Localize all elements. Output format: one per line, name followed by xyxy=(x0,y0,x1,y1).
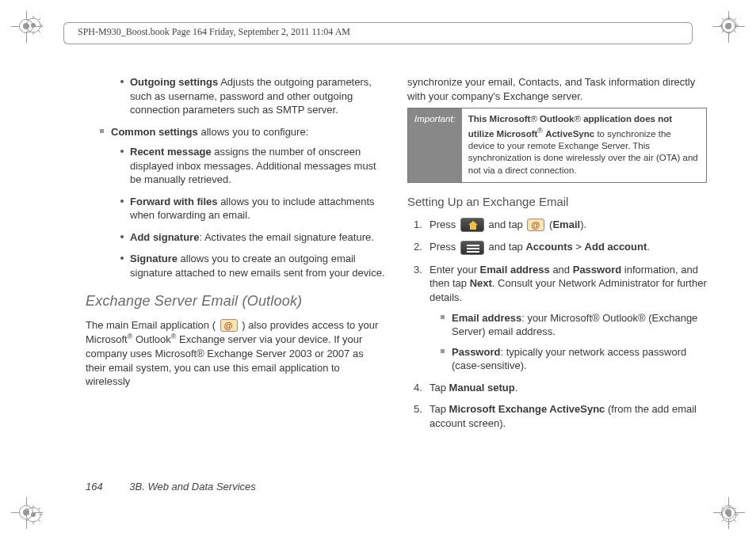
list-item: Password: typically your network access … xyxy=(441,345,707,373)
page-footer: 164 3B. Web and Data Services xyxy=(86,481,256,492)
note-label: Important: xyxy=(408,108,462,181)
note-body: This Microsoft® Outlook® application doe… xyxy=(462,108,706,181)
page-number: 164 xyxy=(86,481,103,492)
paragraph: synchronize your email, Contacts, and Ta… xyxy=(407,75,707,103)
step-item: Enter your Email address and Password in… xyxy=(414,263,707,373)
svg-line-29 xyxy=(38,508,40,510)
svg-line-16 xyxy=(722,18,724,21)
svg-line-9 xyxy=(38,18,40,21)
list-item: Outgoing settings Adjusts the outgoing p… xyxy=(119,75,385,117)
content: Outgoing settings Adjusts the outgoing p… xyxy=(86,75,707,453)
right-column: synchronize your email, Contacts, and Ta… xyxy=(407,75,707,453)
subsection-heading: Setting Up an Exchange Email xyxy=(407,194,707,210)
left-column: Outgoing settings Adjusts the outgoing p… xyxy=(86,75,385,453)
list-item: Add signature: Activates the email signa… xyxy=(119,230,385,245)
page: SPH-M930_Boost.book Page 164 Friday, Sep… xyxy=(0,0,756,540)
svg-point-21 xyxy=(31,512,36,517)
email-icon xyxy=(527,219,544,231)
svg-point-31 xyxy=(727,512,731,517)
svg-line-6 xyxy=(26,18,29,21)
list-item: Signature allows you to create an outgoi… xyxy=(119,252,385,280)
section-heading: Exchange Server Email (Outlook) xyxy=(86,291,385,310)
print-header: SPH-M930_Boost.book Page 164 Friday, Sep… xyxy=(71,22,685,44)
print-header-text: SPH-M930_Boost.book Page 164 Friday, Sep… xyxy=(78,26,350,38)
step-item: Tap Manual setup. xyxy=(414,381,707,395)
svg-line-26 xyxy=(26,508,29,510)
svg-line-8 xyxy=(26,30,29,32)
svg-line-18 xyxy=(722,30,724,32)
svg-point-11 xyxy=(727,23,731,28)
email-icon xyxy=(220,319,238,332)
svg-line-38 xyxy=(722,519,724,522)
svg-line-7 xyxy=(38,30,40,32)
gear-icon xyxy=(720,505,739,524)
gear-icon xyxy=(24,505,43,524)
list-item: Recent message assigns the number of ons… xyxy=(119,145,385,187)
svg-line-27 xyxy=(38,519,40,522)
svg-point-1 xyxy=(31,23,36,28)
svg-line-28 xyxy=(26,519,29,522)
step-item: Press and tap Accounts > Add account. xyxy=(414,240,707,255)
step-item: Press and tap (Email). xyxy=(414,218,707,233)
svg-line-36 xyxy=(722,508,724,510)
svg-line-37 xyxy=(734,519,736,522)
list-item: Common settings allows you to configure: xyxy=(100,125,385,139)
list-item: Forward with files allows you to include… xyxy=(119,195,385,222)
menu-icon xyxy=(460,241,484,255)
steps-list: Press and tap (Email). Press and tap Acc… xyxy=(414,218,707,431)
gear-icon xyxy=(24,16,43,35)
gear-icon xyxy=(720,16,739,35)
paragraph: The main Email application ( ) also prov… xyxy=(86,318,385,389)
list-item: Email address: your Microsoft® Outlook® … xyxy=(441,311,707,339)
step-item: Tap Microsoft Exchange ActiveSync (from … xyxy=(414,402,707,430)
svg-line-19 xyxy=(734,18,736,21)
svg-line-39 xyxy=(734,508,736,510)
important-note: Important: This Microsoft® Outlook® appl… xyxy=(407,108,707,182)
home-icon xyxy=(460,218,484,232)
section-title: 3B. Web and Data Services xyxy=(129,481,255,492)
svg-line-17 xyxy=(734,30,736,32)
